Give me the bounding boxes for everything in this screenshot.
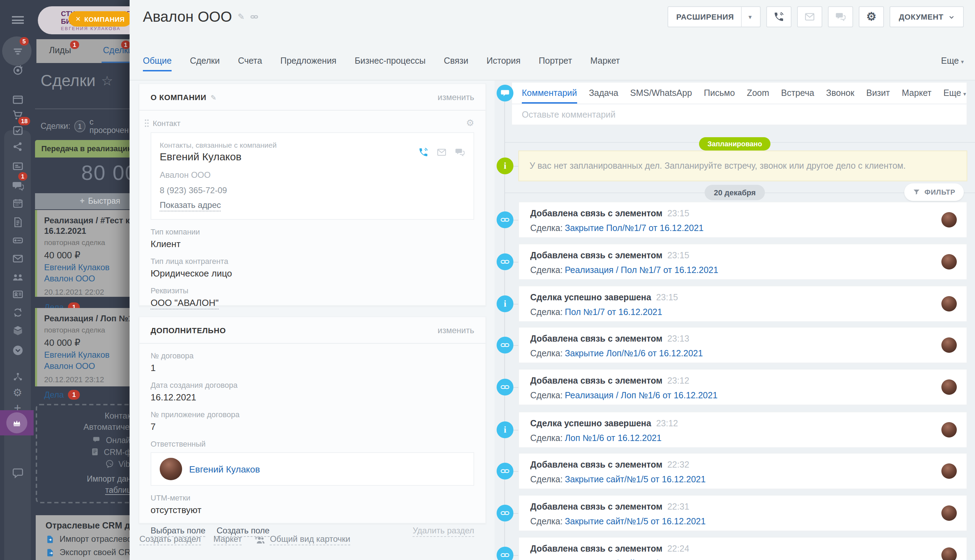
tl-tab-email[interactable]: Письмо	[704, 88, 735, 103]
automation-sync-icon[interactable]	[10, 305, 25, 319]
tl-tab-call[interactable]: Звонок	[826, 88, 855, 103]
edit-section-link[interactable]: изменить	[438, 325, 474, 335]
tl-tab-visit[interactable]: Визит	[866, 88, 890, 103]
responsible-link[interactable]: Евгений Кулаков	[189, 464, 260, 474]
integrations-icon[interactable]	[10, 370, 25, 383]
tl-tab-sms[interactable]: SMS/WhatsApp	[630, 88, 692, 103]
edit-title-pencil-icon[interactable]: ✎	[237, 12, 244, 22]
edit-section-link[interactable]: изменить	[438, 92, 474, 102]
mail-contact-icon[interactable]	[436, 147, 447, 158]
company-structure-icon[interactable]	[10, 270, 25, 284]
linked-contact-card[interactable]: Контакты, связанные с компанией Евгений …	[150, 132, 474, 220]
email-button[interactable]	[797, 6, 822, 27]
tab-bizproc[interactable]: Бизнес-процессы	[355, 56, 426, 74]
deal-contact-link[interactable]: Евгений КулаковАвалон ООО	[44, 262, 130, 284]
deal-card[interactable]: Реализация / #Тест конт16.12.2021 повтор…	[35, 210, 130, 297]
tab-market[interactable]: Маркет	[590, 56, 620, 74]
entry-deal-link[interactable]: Пол №1/7 от 16.12.2021	[565, 307, 662, 317]
industry-export-link[interactable]: Экспорт своей CRM	[45, 547, 130, 557]
entry-deal-link[interactable]: Реализация / сайт №1/5 от 16.12.2021	[565, 558, 720, 560]
counter-badge[interactable]: 1	[75, 120, 85, 132]
tab-quotes[interactable]: Предложения	[280, 56, 336, 74]
tl-tab-comment[interactable]: Комментарий	[522, 88, 577, 103]
entry-deal-link[interactable]: Лоп №1/6 от 16.12.2021	[565, 433, 661, 443]
timeline-entry[interactable]: Добавлена связь с элементом22:24 Сделка:…	[518, 537, 967, 560]
mail-icon[interactable]	[10, 251, 25, 265]
tl-tab-market[interactable]: Маркет	[902, 88, 932, 103]
call-contact-icon[interactable]	[418, 147, 429, 158]
documents-icon[interactable]	[10, 215, 25, 229]
entry-deal-link[interactable]: Реализация / Лоп №1/6 от 16.12.2021	[565, 391, 718, 400]
entry-deal-link[interactable]: Закрытие Пол/№1/7 от 16.12.2021	[565, 223, 704, 233]
tab-relations[interactable]: Связи	[444, 56, 468, 74]
chat-contact-icon[interactable]	[454, 147, 465, 158]
favorite-star-icon[interactable]: ☆	[101, 73, 113, 89]
quick-deal-add-button[interactable]: +Быстрая	[35, 193, 130, 209]
tl-tab-task[interactable]: Задача	[589, 88, 618, 103]
create-section-link[interactable]: Создать раздел	[139, 534, 201, 545]
requisites-link[interactable]: ООО "АВАЛОН"	[150, 298, 219, 309]
sites-icon[interactable]	[10, 92, 25, 107]
copy-link-icon[interactable]	[250, 13, 259, 21]
drive-icon[interactable]	[10, 233, 25, 247]
chat-button[interactable]	[828, 6, 853, 27]
calendar-icon[interactable]	[10, 196, 25, 210]
feed-icon[interactable]	[10, 44, 25, 58]
card-view-link[interactable]: Общий вид карточки	[270, 534, 351, 545]
timeline-entry[interactable]: Добавлена связь с элементом23:15 Сделка:…	[518, 243, 967, 280]
chevron-circle-icon[interactable]	[10, 343, 25, 357]
delete-section-link[interactable]: Удалить раздел	[412, 526, 474, 537]
timeline-entry[interactable]: Сделка успешно завершена23:12 Сделка:Лоп…	[518, 412, 967, 448]
timeline-entry[interactable]: Добавлена связь с элементом22:31 Сделка:…	[518, 495, 967, 531]
entry-deal-link[interactable]: Закрытие Лоп/№1/6 от 16.12.2021	[565, 348, 703, 358]
extensions-button[interactable]: РАСШИРЕНИЯ▾	[667, 6, 761, 27]
entry-deal-link[interactable]: Закрытие сайт/№1/5 от 16.12.2021	[565, 517, 706, 527]
tasks-icon[interactable]	[10, 123, 25, 137]
messenger-icon[interactable]	[10, 178, 25, 192]
tabs-more-button[interactable]: Еще▾	[941, 56, 964, 66]
market-link[interactable]: Маркет	[213, 534, 242, 545]
settings-button[interactable]: ⚙	[859, 6, 884, 27]
import-data-link[interactable]: Импорт данных из таблицы	[37, 473, 130, 496]
timeline-entry[interactable]: Сделка успешно завершена23:15 Сделка:Пол…	[518, 286, 967, 322]
deal-card[interactable]: Реализация / Лоп №1/6 о повторная сделка…	[35, 308, 130, 387]
menu-hamburger-icon[interactable]	[10, 13, 25, 27]
market-box-icon[interactable]	[10, 323, 25, 337]
comment-input[interactable]: Оставьте комментарий	[512, 104, 967, 125]
stage-header[interactable]: Передача в реализацию(2)	[35, 140, 130, 158]
timeline-entry[interactable]: Добавлена связь с элементом23:15 Сделка:…	[518, 202, 967, 238]
pencil-icon[interactable]: ✎	[210, 94, 217, 102]
entry-deal-link[interactable]: Реализация / Пол №1/7 от 16.12.2021	[565, 265, 718, 275]
crm-card-icon[interactable]	[10, 159, 25, 173]
tab-deals[interactable]: Сделки	[190, 56, 220, 74]
timeline-entry[interactable]: Добавлена связь с элементом23:12 Сделка:…	[518, 369, 967, 405]
id-card-icon[interactable]	[10, 287, 25, 301]
tariff-crown-item[interactable]	[0, 410, 33, 435]
tl-tab-zoom[interactable]: Zoom	[747, 88, 769, 103]
comment-composer[interactable]: Комментарий Задача SMS/WhatsApp Письмо Z…	[511, 82, 967, 125]
deal-contact-link[interactable]: Евгений КулаковАвалон ООО	[44, 350, 130, 372]
drag-handle-icon[interactable]	[144, 118, 149, 127]
tab-history[interactable]: История	[486, 56, 521, 74]
show-address-link[interactable]: Показать адрес	[160, 200, 221, 212]
deal-todo-link[interactable]: Дела	[44, 390, 64, 400]
settings-gear-icon[interactable]: ⚙	[10, 386, 25, 400]
tab-portrait[interactable]: Портрет	[539, 56, 572, 74]
entry-deal-link[interactable]: Закрытие сайт/№1/5 от 16.12.2021	[565, 475, 706, 484]
contact-phone[interactable]: 8 (923) 365-72-09	[160, 185, 465, 195]
timeline-entry[interactable]: Добавлена связь с элементом22:32 Сделка:…	[518, 453, 967, 489]
tab-leads[interactable]: Лиды	[49, 45, 71, 55]
industry-import-link[interactable]: Импорт отраслевой	[45, 534, 130, 544]
timeline-entry[interactable]: Добавлена связь с элементом23:13 Сделка:…	[518, 327, 967, 363]
call-button[interactable]	[766, 6, 791, 27]
tab-invoices[interactable]: Счета	[238, 56, 262, 74]
company-filter-chip[interactable]: × КОМПАНИЯ	[68, 11, 130, 27]
support-chat-icon[interactable]	[10, 465, 25, 480]
tl-tab-meeting[interactable]: Встреча	[781, 88, 814, 103]
tl-tabs-more[interactable]: Еще▾	[943, 88, 966, 103]
tab-general[interactable]: Общие	[143, 56, 172, 74]
document-button[interactable]: ДОКУМЕНТ	[890, 6, 964, 27]
filter-button[interactable]: ФИЛЬТР	[904, 183, 964, 201]
field-gear-icon[interactable]: ⚙	[466, 118, 474, 128]
target-icon[interactable]	[10, 63, 25, 77]
